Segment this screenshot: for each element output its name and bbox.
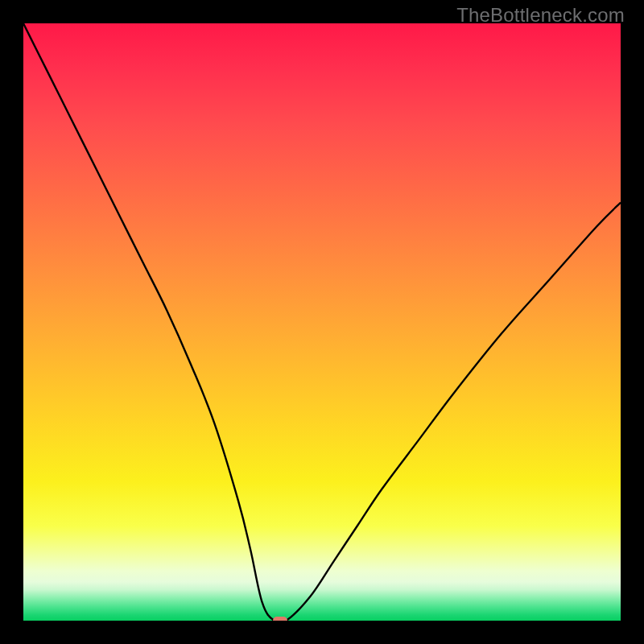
chart-frame: TheBottleneck.com <box>0 0 644 644</box>
plot-area <box>23 23 621 621</box>
bottleneck-curve <box>23 23 621 621</box>
optimal-marker <box>273 617 287 621</box>
watermark-label: TheBottleneck.com <box>456 4 625 27</box>
